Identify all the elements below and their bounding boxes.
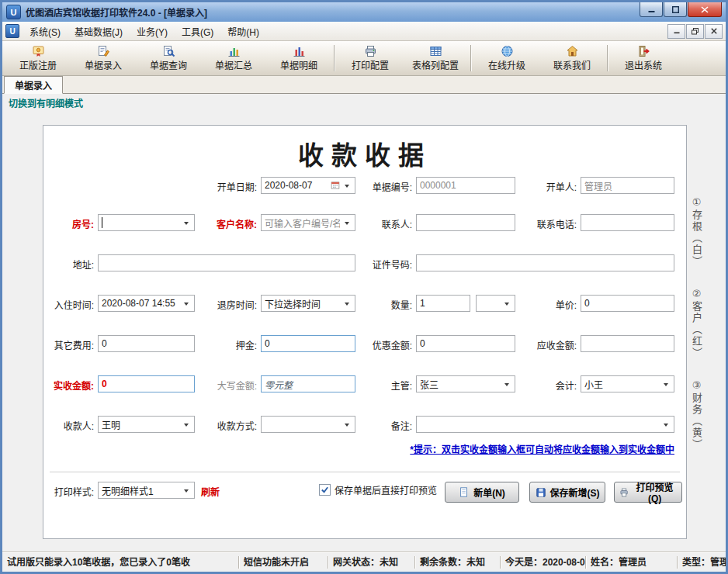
other-fee-input[interactable]: 0	[98, 335, 195, 352]
mdi-close-button[interactable]	[705, 24, 723, 39]
bill-summary-button[interactable]: 单据汇总	[201, 42, 266, 74]
print-preview-checkbox-group[interactable]: 保存单据后直接打印预览	[319, 483, 437, 496]
quantity-unit-combobox[interactable]	[476, 295, 515, 312]
mdi-child-icon: U	[5, 24, 19, 38]
menu-help[interactable]: 帮助(H)	[220, 22, 266, 41]
amount-words-input[interactable]: 零元整	[261, 375, 355, 392]
status-username: 姓名：管理员	[586, 556, 678, 569]
contact-field: 联系人:	[416, 214, 515, 231]
save-new-button[interactable]: 保存新增(S)	[529, 482, 605, 503]
chevron-down-icon[interactable]	[341, 215, 352, 230]
exit-icon	[637, 45, 650, 57]
window-title: 优图酒店宾馆收据打印软件24.0 - [单据录入]	[26, 5, 635, 19]
form-title: 收款收据	[43, 135, 686, 172]
bill-date-label: 开单日期:	[217, 180, 257, 193]
print-style-combobox[interactable]: 无明细样式1	[98, 482, 195, 499]
receipt-form-panel: 收款收据 开单日期: 2020-08-07 单据编号: 0000001 开单人:…	[43, 125, 687, 539]
accountant-field: 会计: 小王	[581, 375, 674, 392]
close-button[interactable]	[688, 2, 722, 17]
checkbox-checked[interactable]	[319, 484, 331, 496]
address-input[interactable]	[98, 254, 355, 271]
checkbox-label: 保存单据后直接打印预览	[335, 483, 437, 496]
chevron-down-icon[interactable]	[181, 417, 191, 432]
chevron-down-icon[interactable]	[341, 178, 352, 193]
checkin-combobox[interactable]: 2020-08-07 14:55	[98, 295, 195, 312]
quantity-input[interactable]: 1	[416, 295, 470, 312]
id-no-input[interactable]	[416, 254, 674, 271]
contact-input[interactable]	[416, 214, 515, 231]
calendar-icon[interactable]	[331, 181, 340, 190]
unit-price-input[interactable]: 0	[581, 295, 674, 312]
menu-tools[interactable]: 工具(G)	[175, 22, 220, 41]
menu-base-data[interactable]: 基础数据(J)	[68, 22, 130, 41]
discount-input[interactable]: 0	[416, 335, 515, 352]
print-config-button[interactable]: 打印配置	[338, 42, 403, 74]
unit-price-field: 单价: 0	[581, 295, 674, 312]
chevron-down-icon[interactable]	[181, 215, 191, 230]
toolbar: 正版注册 单据录入 单据查询 单据汇总 单据明细 打印配置 表格列配置	[2, 41, 726, 76]
received-amount-tip-link[interactable]: *提示：双击实收金额输入框可自动将应收金额输入到实收金额中	[410, 442, 674, 455]
payee-field: 收款人: 王明	[98, 416, 195, 433]
customer-label: 客户名称:	[217, 217, 257, 230]
operator-input[interactable]: 管理员	[581, 177, 674, 194]
new-bill-icon	[459, 486, 470, 498]
remark-label: 备注:	[391, 419, 412, 432]
toolbar-separator	[470, 45, 472, 71]
menu-business[interactable]: 业务(Y)	[130, 22, 175, 41]
phone-field: 联系电话:	[581, 214, 674, 231]
exit-button[interactable]: 退出系统	[611, 42, 676, 74]
chevron-down-icon[interactable]	[341, 417, 352, 432]
table-config-button[interactable]: 表格列配置	[403, 42, 468, 74]
mdi-minimize-button[interactable]	[667, 24, 685, 39]
deposit-input[interactable]: 0	[261, 335, 355, 352]
switch-detail-mode-link[interactable]: 切换到有明细模式	[9, 96, 83, 109]
maximize-button[interactable]	[664, 2, 687, 17]
remark-combobox[interactable]	[416, 416, 674, 433]
accountant-combobox[interactable]: 小王	[581, 375, 674, 392]
mdi-restore-button[interactable]	[686, 24, 704, 39]
payee-combobox[interactable]: 王明	[98, 416, 195, 433]
print-preview-icon	[619, 487, 629, 498]
menu-system[interactable]: 系统(S)	[23, 22, 68, 41]
tab-strip: 单据录入	[2, 76, 726, 94]
copy-label-customer: ②客户（红）	[689, 288, 704, 359]
bill-entry-button[interactable]: 单据录入	[71, 42, 136, 74]
phone-label: 联系电话:	[537, 217, 577, 230]
bill-no-input[interactable]: 0000001	[416, 177, 515, 194]
minimize-button[interactable]	[640, 2, 663, 17]
chevron-down-icon[interactable]	[501, 296, 511, 311]
receivable-input[interactable]	[581, 335, 674, 352]
register-button[interactable]: 正版注册	[5, 42, 71, 74]
bill-no-label: 单据编号:	[373, 180, 412, 193]
chevron-down-icon[interactable]	[181, 482, 191, 498]
customer-combobox[interactable]: 可输入客户编号/名	[261, 214, 355, 231]
chevron-down-icon[interactable]	[660, 376, 671, 392]
copy-label-finance: ③财务（黄）	[689, 379, 704, 451]
bill-summary-icon	[227, 45, 241, 57]
bill-search-button[interactable]: 单据查询	[136, 42, 201, 74]
pay-method-combobox[interactable]	[261, 416, 355, 433]
phone-input[interactable]	[581, 214, 674, 231]
bill-date-picker[interactable]: 2020-08-07	[261, 177, 355, 194]
chevron-down-icon[interactable]	[341, 296, 352, 311]
operator-field: 开单人: 管理员	[581, 177, 674, 194]
online-upgrade-button[interactable]: 在线升级	[474, 42, 539, 74]
received-input[interactable]: 0	[98, 375, 195, 392]
tab-bill-entry[interactable]: 单据录入	[4, 76, 63, 94]
refresh-link[interactable]: 刷新	[201, 485, 220, 498]
chevron-down-icon[interactable]	[660, 417, 671, 432]
room-no-field: 房号:	[98, 214, 195, 231]
checkout-combobox[interactable]: 下拉选择时间	[261, 295, 355, 312]
contact-us-button[interactable]: 联系我们	[539, 42, 605, 74]
room-no-combobox[interactable]	[98, 214, 195, 231]
chevron-down-icon[interactable]	[181, 296, 191, 311]
status-bar: 试用版只能录入10笔收据，您已录入了0笔收 短信功能未开启 网关状态：未知 剩余…	[2, 552, 726, 572]
print-preview-button[interactable]: 打印预览(Q)	[614, 482, 682, 503]
contact-icon	[566, 45, 579, 57]
new-bill-button[interactable]: 新单(N)	[445, 482, 519, 503]
chevron-down-icon[interactable]	[501, 376, 511, 392]
supervisor-combobox[interactable]: 张三	[416, 375, 515, 392]
text-cursor	[102, 217, 102, 228]
bill-detail-button[interactable]: 单据明细	[266, 42, 331, 74]
bill-search-icon	[162, 45, 175, 57]
